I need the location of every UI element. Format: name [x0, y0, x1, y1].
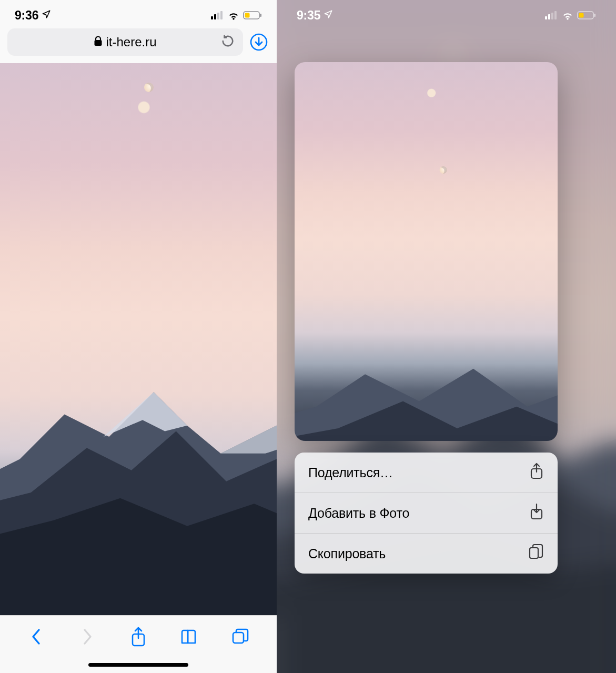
status-icons — [211, 11, 262, 20]
url-bar[interactable]: it-here.ru — [7, 28, 243, 56]
wifi-icon — [561, 11, 574, 20]
wifi-icon — [227, 11, 240, 20]
status-bar: 9:36 — [0, 0, 277, 26]
menu-label: Скопировать — [308, 546, 386, 561]
status-icons — [545, 11, 596, 20]
page-content-image[interactable] — [0, 63, 277, 615]
svg-rect-7 — [95, 40, 102, 46]
svg-rect-3 — [220, 11, 223, 19]
svg-rect-14 — [554, 11, 557, 19]
reload-button[interactable] — [221, 34, 235, 50]
menu-label: Поделиться… — [308, 465, 393, 480]
context-menu: Поделиться… Добавить в Фото Скопировать — [295, 453, 558, 574]
location-icon — [42, 9, 51, 21]
image-preview[interactable] — [295, 62, 558, 441]
svg-rect-20 — [530, 548, 538, 558]
svg-rect-12 — [548, 14, 550, 19]
url-domain: it-here.ru — [106, 35, 156, 49]
share-icon — [529, 463, 544, 483]
url-bar-row: it-here.ru — [0, 26, 277, 63]
back-button[interactable] — [25, 625, 48, 648]
download-icon — [529, 503, 544, 523]
battery-icon — [577, 11, 596, 20]
cellular-icon — [211, 11, 224, 19]
menu-add-to-photos[interactable]: Добавить в Фото — [295, 493, 558, 533]
cellular-icon — [545, 11, 558, 19]
svg-rect-13 — [551, 13, 553, 19]
menu-copy[interactable]: Скопировать — [295, 533, 558, 574]
svg-rect-6 — [260, 14, 262, 17]
phone-safari: 9:36 — [0, 0, 277, 673]
battery-icon — [243, 11, 262, 20]
svg-rect-17 — [594, 14, 596, 17]
phone-context-menu: 9:35 — [277, 0, 616, 673]
svg-rect-0 — [211, 16, 213, 19]
tabs-button[interactable] — [229, 625, 252, 648]
share-button[interactable] — [127, 625, 150, 648]
lock-icon — [94, 35, 103, 49]
svg-rect-10 — [233, 632, 244, 643]
status-bar: 9:35 — [277, 0, 616, 26]
svg-rect-11 — [545, 16, 547, 19]
status-time: 9:36 — [15, 8, 38, 23]
status-time: 9:35 — [297, 8, 320, 23]
bookmarks-button[interactable] — [178, 625, 201, 648]
menu-label: Добавить в Фото — [308, 506, 409, 521]
downloads-button[interactable] — [248, 33, 269, 52]
menu-share[interactable]: Поделиться… — [295, 453, 558, 493]
svg-rect-1 — [214, 14, 216, 19]
svg-rect-2 — [217, 13, 219, 19]
copy-icon — [528, 544, 544, 564]
home-indicator[interactable] — [88, 663, 188, 667]
location-icon — [324, 9, 333, 21]
forward-button — [76, 625, 99, 648]
svg-rect-5 — [245, 13, 250, 18]
svg-rect-16 — [579, 13, 584, 18]
